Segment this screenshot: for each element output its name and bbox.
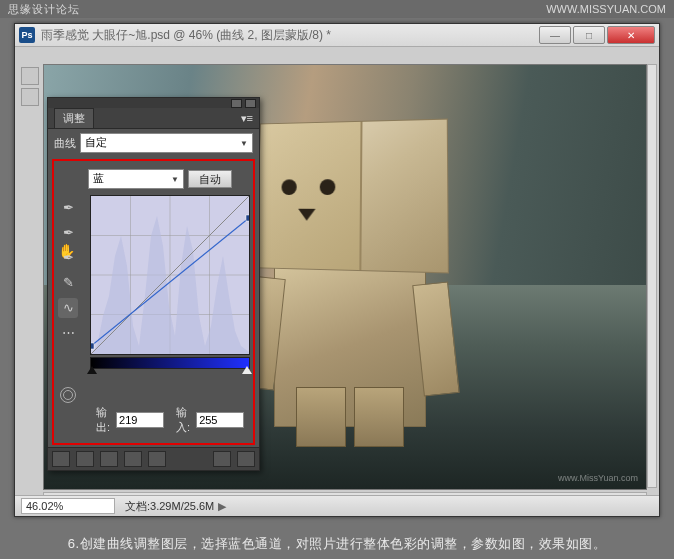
danbo-head [256,119,449,274]
white-point-handle[interactable] [242,366,252,374]
previous-icon[interactable] [124,451,142,467]
preset-select[interactable]: 自定 [80,133,253,153]
watermark: www.MissYuan.com [558,473,638,483]
mouth-icon [298,209,316,221]
close-panel-icon[interactable] [245,99,256,108]
highlight-box: ✋ 蓝 自动 ✒ ✒ ✒ ✎ ∿ ⋯ [52,159,255,445]
gutter-button[interactable] [21,67,39,85]
app-icon: Ps [19,27,35,43]
adjustments-panel: 调整 ▾≡ 曲线 自定 ✋ 蓝 自动 ✒ ✒ ✒ ✎ ∿ ⋯ [47,97,260,471]
collapse-icon[interactable] [231,99,242,108]
trash-icon[interactable] [237,451,255,467]
zoom-field[interactable]: 46.02% [21,498,115,514]
reset-icon[interactable] [148,451,166,467]
danbo-leg [296,387,346,447]
input-label: 输入: [176,405,190,435]
curves-graph[interactable] [86,193,249,383]
black-point-handle[interactable] [87,366,97,374]
curves-svg[interactable] [91,196,249,354]
title-bar[interactable]: Ps 雨季感觉 大眼仔~旭.psd @ 46% (曲线 2, 图层蒙版/8) *… [15,24,659,47]
panel-menu-icon[interactable]: ▾≡ [241,112,253,125]
visibility-icon[interactable] [100,451,118,467]
document-title: 雨季感觉 大眼仔~旭.psd @ 46% (曲线 2, 图层蒙版/8) * [41,27,331,44]
eyedropper-white-icon[interactable]: ✒ [58,248,78,268]
eye-icon [320,179,336,195]
io-values: 输出: 输入: [58,401,249,439]
pencil-icon[interactable]: ✎ [58,273,78,293]
preset-row: 曲线 自定 [48,129,259,157]
doc-size-value: 3.29M/25.6M [150,500,214,512]
status-bar: 46.02% 文档: 3.29M/25.6M ▶ [15,495,659,516]
options-icon[interactable]: ⋯ [58,323,78,343]
channel-select[interactable]: 蓝 [88,169,184,189]
forum-name: 思缘设计论坛 [8,0,80,18]
panel-tabs: 调整 ▾≡ [48,108,259,129]
preset-label: 曲线 [54,136,76,151]
page-header: 思缘设计论坛 WWW.MISSYUAN.COM [0,0,674,18]
svg-rect-8 [246,215,249,221]
eyedropper-gray-icon[interactable]: ✒ [58,223,78,243]
tutorial-caption: 6.创建曲线调整图层，选择蓝色通道，对照片进行整体色彩的调整，参数如图，效果如图… [0,535,674,553]
doc-size-label: 文档: [125,499,150,514]
eyedropper-black-icon[interactable]: ✒ [58,198,78,218]
left-gutter [21,64,39,490]
svg-rect-7 [91,343,94,349]
output-field[interactable] [116,412,164,428]
minimize-button[interactable]: — [539,26,571,44]
eye-icon [281,179,296,195]
danbo-face [257,122,362,270]
panel-footer [48,447,259,470]
clip-icon[interactable] [213,451,231,467]
maximize-button[interactable]: □ [573,26,605,44]
danbo-leg [354,387,404,447]
site-url: WWW.MISSYUAN.COM [546,3,666,15]
panel-header-strip[interactable] [48,98,259,108]
channel-row: 蓝 自动 [58,165,249,193]
output-label: 输出: [96,405,110,435]
auto-button[interactable]: 自动 [188,170,232,188]
status-menu-arrow-icon[interactable]: ▶ [218,500,226,513]
input-gradient-slider[interactable] [90,357,250,369]
photoshop-window: Ps 雨季感觉 大眼仔~旭.psd @ 46% (曲线 2, 图层蒙版/8) *… [14,23,660,517]
clip-toggle-icon[interactable] [60,387,76,403]
smooth-curve-icon[interactable]: ∿ [58,298,78,318]
vertical-scrollbar[interactable] [647,64,657,488]
curve-tools: ✒ ✒ ✒ ✎ ∿ ⋯ [58,193,80,348]
close-button[interactable]: ✕ [607,26,655,44]
layer-icon[interactable] [76,451,94,467]
tab-adjustments[interactable]: 调整 [54,108,94,128]
gutter-button[interactable] [21,88,39,106]
input-field[interactable] [196,412,244,428]
return-icon[interactable] [52,451,70,467]
